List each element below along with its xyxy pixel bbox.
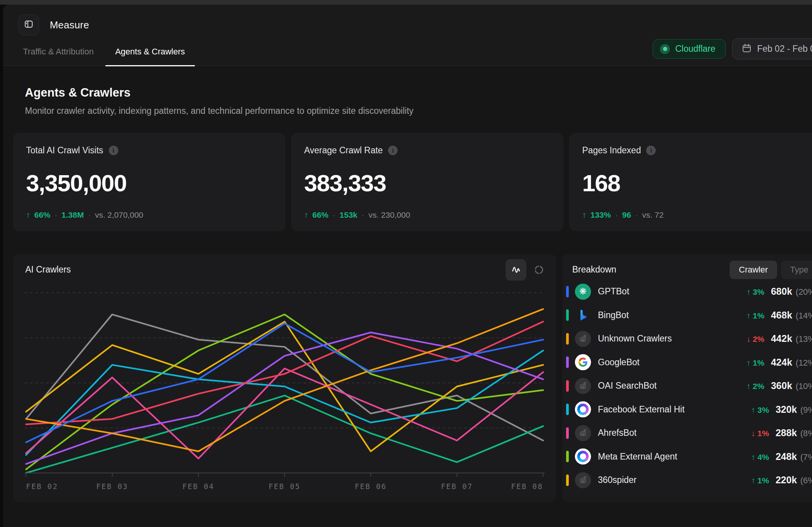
donut-chart-icon <box>534 264 544 275</box>
info-icon[interactable]: i <box>109 146 118 155</box>
series-color-bar <box>566 356 569 368</box>
robot-avatar-icon <box>575 331 591 347</box>
stat-label: Pages Indexed <box>582 145 641 156</box>
row-share-percent: (6%) <box>801 476 812 486</box>
crawler-name: GPTBot <box>598 286 629 297</box>
app-window: Measure Traffic & Attribution Agents & C… <box>3 5 812 527</box>
row-delta: ↑ 1% <box>747 358 765 368</box>
ai-crawlers-chart-panel: AI Crawlers FEB 02FEB 03FEB 04FEB 05FEB … <box>13 254 556 502</box>
crawler-name: 360spider <box>598 475 637 485</box>
breakdown-title: Breakdown <box>572 264 616 275</box>
breakdown-row[interactable]: BingBot↑ 1%468k(14%) <box>562 304 812 327</box>
row-delta: ↓ 2% <box>747 335 765 344</box>
info-icon[interactable]: i <box>388 146 398 155</box>
breakdown-row[interactable]: Unknown Crawlers↓ 2%442k(13%) <box>562 327 812 351</box>
breakdown-row[interactable]: Meta External Agent↑ 4%248k(7%) <box>562 445 812 469</box>
breakdown-row[interactable]: AhrefsBot↓ 1%288k(8%) <box>562 421 812 445</box>
delta-absolute: 153k <box>340 210 358 220</box>
series-color-bar <box>566 451 569 462</box>
row-value: 360k <box>771 380 792 391</box>
row-delta: ↑ 1% <box>751 476 769 485</box>
series-line-ahrefsbot <box>26 368 543 458</box>
stat-label: Total AI Crawl Visits <box>26 145 103 156</box>
x-axis-label: FEB 02 <box>26 482 58 491</box>
row-share-percent: (20%) <box>796 287 812 297</box>
breakdown-panel: Breakdown Crawler Type ❋GPTBot↑ 3%680k(2… <box>562 254 812 502</box>
x-axis-label: FEB 04 <box>182 482 214 491</box>
row-value: 248k <box>776 451 797 462</box>
separator-dot: · <box>88 210 91 220</box>
breakdown-row[interactable]: ❋GPTBot↑ 3%680k(20%) <box>562 280 812 304</box>
row-delta: ↑ 4% <box>751 453 769 462</box>
delta-absolute: 1.38M <box>62 210 84 220</box>
tab-traffic-attribution[interactable]: Traffic & Attribution <box>23 47 94 66</box>
robot-avatar-icon <box>575 378 591 394</box>
crawler-name: BingBot <box>598 310 629 320</box>
stat-label: Average Crawl Rate <box>304 145 383 156</box>
crawler-name: Meta External Agent <box>598 451 677 462</box>
stats-row: Total AI Crawl Visits i 3,350,000 ↑ 66% … <box>13 133 812 231</box>
delta-up-arrow-icon: ↑ <box>304 210 308 220</box>
row-value: 220k <box>776 474 797 486</box>
x-axis-label: FEB 06 <box>355 482 387 491</box>
row-value: 468k <box>771 310 792 321</box>
row-share-percent: (8%) <box>801 428 812 438</box>
series-color-bar <box>566 333 569 345</box>
line-chart-toggle-button[interactable] <box>506 259 526 281</box>
breakdown-toggle-type[interactable]: Type <box>781 261 812 279</box>
row-delta: ↑ 3% <box>747 287 765 297</box>
row-share-percent: (10%) <box>796 381 812 391</box>
row-value: 442k <box>771 333 792 344</box>
separator-dot: · <box>635 210 638 220</box>
page-subtitle: Monitor crawler activity, indexing patte… <box>25 106 812 116</box>
delta-up-arrow-icon: ↑ <box>582 210 586 220</box>
activity-pulse-icon <box>511 264 521 275</box>
delta-vs-previous: vs. 72 <box>642 210 664 220</box>
row-share-percent: (14%) <box>796 311 812 321</box>
panel-left-icon <box>24 19 34 31</box>
series-color-bar <box>566 474 569 486</box>
date-range-picker[interactable]: Feb 02 - Feb 08 <box>732 38 812 59</box>
series-color-bar <box>566 380 569 392</box>
sidebar-toggle-button[interactable] <box>18 15 39 35</box>
series-line-other <box>26 314 543 440</box>
breakdown-row[interactable]: Facebook External Hit↑ 3%320k(9%) <box>562 398 812 422</box>
robot-avatar-icon <box>575 472 591 488</box>
connector-label: Cloudflare <box>675 44 715 54</box>
donut-chart-toggle-button[interactable] <box>529 259 549 281</box>
row-value: 320k <box>776 404 797 415</box>
cloudflare-connector-badge[interactable]: Cloudflare <box>653 39 726 59</box>
row-delta: ↓ 1% <box>751 429 769 438</box>
breakdown-toggle-group: Crawler Type <box>730 261 812 279</box>
delta-percent: 66% <box>313 210 329 220</box>
breakdown-row[interactable]: 360spider↑ 1%220k(6%) <box>562 468 812 492</box>
stat-value: 3,350,000 <box>26 169 272 197</box>
meta-ring-logo <box>575 448 591 465</box>
robot-avatar-icon <box>575 425 591 441</box>
row-delta: ↑ 3% <box>751 406 769 415</box>
series-line-facebook-external-hit <box>26 350 543 455</box>
row-share-percent: (12%) <box>796 358 812 368</box>
stat-card-total-crawl-visits: Total AI Crawl Visits i 3,350,000 ↑ 66% … <box>13 133 285 231</box>
window-top-edge <box>0 0 812 5</box>
row-delta: ↑ 2% <box>747 382 765 391</box>
breakdown-row[interactable]: OAI SearchBot↑ 2%360k(10%) <box>562 374 812 398</box>
crawler-name: AhrefsBot <box>598 428 637 438</box>
crawler-name: Facebook External Hit <box>598 404 684 415</box>
x-axis-label: FEB 03 <box>96 482 128 491</box>
series-color-bar <box>566 404 569 415</box>
x-axis-label: FEB 07 <box>441 482 473 491</box>
stat-value: 168 <box>582 169 812 197</box>
info-icon[interactable]: i <box>646 146 656 155</box>
series-color-bar <box>566 309 569 321</box>
row-share-percent: (7%) <box>801 452 812 462</box>
tab-agents-crawlers[interactable]: Agents & Crawlers <box>115 47 185 66</box>
date-range-label: Feb 02 - Feb 08 <box>757 44 812 54</box>
delta-vs-previous: vs. 230,000 <box>368 210 410 220</box>
breakdown-toggle-crawler[interactable]: Crawler <box>730 261 777 279</box>
breakdown-row[interactable]: GoogleBot↑ 1%424k(12%) <box>562 351 812 374</box>
meta-ring-logo <box>575 401 591 417</box>
bing-logo <box>575 307 591 323</box>
separator-dot: · <box>362 210 364 220</box>
openai-logo: ❋ <box>575 284 591 300</box>
